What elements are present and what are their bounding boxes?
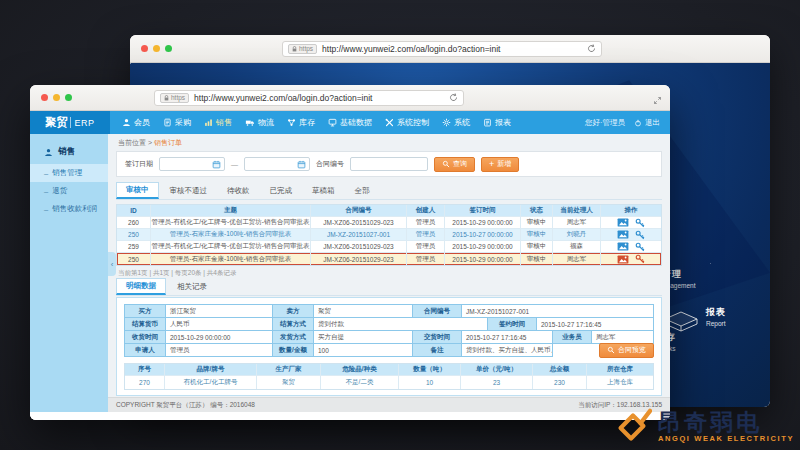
tab-drafts[interactable]: 草稿箱 — [303, 183, 344, 199]
add-button[interactable]: + 新增 — [481, 157, 519, 172]
address-bar[interactable]: https http://www.yunwei2.com/oa/login.do… — [154, 90, 464, 106]
detail-panel: 买方 浙江聚贸 卖方 聚贸 合同编号 JM-XZ-20151027-001 结算… — [116, 297, 662, 396]
minimize-window-button[interactable] — [153, 45, 160, 52]
detail-form-row: 申请人 管理员 数量/金额 100 备注 货到付款、买方自提、人民币、共计100… — [124, 343, 654, 357]
main-browser-window: https http://www.yunwei2.com/oa/login.do… — [30, 85, 670, 420]
cell-status: 审核中 — [521, 241, 553, 252]
settle-value: 货到付款 — [313, 317, 488, 331]
contract-no-input[interactable] — [350, 157, 428, 171]
key-icon[interactable] — [635, 230, 645, 240]
tab-related-records[interactable]: 相关记录 — [168, 279, 216, 295]
close-window-button[interactable] — [141, 45, 148, 52]
table-row[interactable]: 260 管理员-有机化工/化工牌号-优创工贸坊-销售合同审批表 JM-XZ06-… — [117, 217, 661, 229]
sign-time-value: 2015-10-27 17:16:45 — [536, 317, 654, 331]
nav-item-logistics[interactable]: 物流 — [245, 117, 274, 128]
nav-item-member[interactable]: 会员 — [122, 117, 150, 128]
cell-danger: 不是/二类 — [321, 376, 399, 389]
nav-item-purchase[interactable]: 采购 — [163, 117, 191, 128]
front-browser-toolbar: https http://www.yunwei2.com/oa/login.do… — [30, 85, 670, 111]
table-row[interactable]: 250 管理员-石家庄金康-100吨-销售合同审批表 JM-XZ-2015102… — [117, 229, 661, 241]
cell-status: 审核中 — [521, 229, 553, 240]
tools-icon — [385, 118, 394, 127]
zoom-window-button[interactable] — [165, 45, 172, 52]
purchase-doc-icon — [163, 118, 172, 127]
tab-label: 全部 — [355, 186, 370, 196]
sidebar-item-sales-management[interactable]: 销售管理 — [30, 164, 108, 182]
nav-item-base-data[interactable]: 基础数据 — [328, 117, 372, 128]
tab-all[interactable]: 全部 — [346, 183, 379, 199]
nav-item-inventory[interactable]: 库存 — [287, 117, 315, 128]
calendar-icon[interactable] — [212, 160, 221, 169]
address-bar[interactable]: https http://www.yunwei2.com/oa/login.do… — [282, 41, 602, 57]
nav-label: 会员 — [134, 117, 150, 128]
sidebar-item-returns[interactable]: 退货 — [30, 182, 108, 200]
https-badge: https — [160, 93, 189, 103]
qty-value: 100 — [313, 343, 413, 357]
table-header-row: ID 主题 合同编号 创建人 签订时间 状态 当前处理人 操作 — [117, 205, 661, 217]
applicant-label: 申请人 — [124, 343, 166, 357]
copyright-text: COPYRIGHT 聚贸平台（江苏） 编号：2016048 — [116, 401, 255, 410]
col-header-subject: 主题 — [151, 205, 311, 216]
fullscreen-icon[interactable] — [653, 91, 662, 109]
deliver-time-label: 交货时间 — [412, 330, 462, 344]
image-preview-icon[interactable] — [617, 242, 629, 251]
contract-value: JM-XZ-20151027-001 — [461, 304, 654, 318]
close-window-button[interactable] — [41, 94, 48, 101]
cell-sign-time: 2015-10-29 00:00:00 — [445, 253, 521, 265]
nav-item-system-control[interactable]: 系统控制 — [385, 117, 429, 128]
zoom-window-button[interactable] — [65, 94, 72, 101]
image-preview-icon[interactable] — [617, 218, 629, 227]
detail-form-row: 结算货币 人民币 结算方式 货到付款 签约时间 2015-10-27 17:16… — [124, 317, 654, 331]
col-header-brand: 品牌/牌号 — [165, 364, 257, 375]
report-icon — [483, 118, 492, 127]
date-from-input[interactable] — [159, 157, 225, 171]
user-greeting[interactable]: 您好·管理员 — [585, 118, 625, 128]
date-to-input[interactable] — [244, 157, 310, 171]
tab-review-rejected[interactable]: 审核不通过 — [161, 183, 217, 199]
col-header-maker: 生产厂家 — [257, 364, 321, 375]
tab-completed[interactable]: 已完成 — [261, 183, 302, 199]
search-button[interactable]: 查询 — [434, 157, 475, 172]
cell-qty: 10 — [399, 376, 461, 389]
sidebar-collapse-handle[interactable]: ‹ — [108, 252, 116, 276]
logout-button[interactable]: 退出 — [634, 118, 660, 128]
nav-item-system[interactable]: 系统 — [442, 117, 470, 128]
key-icon[interactable] — [635, 218, 645, 228]
main-nav: 会员 采购 销售 物流 — [110, 111, 585, 134]
tab-label: 草稿箱 — [312, 186, 335, 196]
tab-detail-data[interactable]: 明细数据 — [116, 278, 166, 295]
detail-actions: 合同预览 — [553, 343, 654, 357]
table-row-selected[interactable]: 250 管理员-石家庄金康-100吨-销售合同审批表 JM-XZ06-20151… — [117, 253, 661, 265]
calendar-icon[interactable] — [297, 160, 306, 169]
minimize-window-button[interactable] — [53, 94, 60, 101]
image-preview-icon[interactable] — [617, 255, 629, 264]
product-row[interactable]: 270 有机化工/化工牌号 聚贸 不是/二类 10 23 230 上海仓库 — [125, 376, 653, 389]
orders-table: ID 主题 合同编号 创建人 签订时间 状态 当前处理人 操作 260 管理员-… — [116, 204, 662, 266]
sidebar-item-sales-profit[interactable]: 销售收款利润 — [30, 200, 108, 218]
col-header-actions: 操作 — [601, 205, 661, 216]
window-controls — [141, 45, 172, 52]
tab-pending-payment[interactable]: 待收款 — [218, 183, 259, 199]
key-icon[interactable] — [635, 254, 645, 264]
sign-time-label: 签约时间 — [487, 317, 537, 331]
nav-item-sales[interactable]: 销售 — [204, 117, 232, 128]
table-row[interactable]: 259 管理员-有机化工/化工牌号-优创工贸坊-销售合同审批表 JM-XZ06-… — [117, 241, 661, 253]
key-icon[interactable] — [635, 242, 645, 252]
https-label: https — [171, 94, 185, 101]
sales-person-icon — [44, 148, 53, 157]
image-preview-icon[interactable] — [617, 230, 629, 239]
cell-creator: 管理员 — [407, 253, 445, 265]
col-header-contract: 合同编号 — [311, 205, 407, 216]
contract-preview-button[interactable]: 合同预览 — [599, 343, 654, 358]
tab-under-review[interactable]: 审核中 — [116, 182, 159, 199]
refresh-icon[interactable] — [449, 93, 458, 102]
remark-label: 备注 — [412, 343, 462, 357]
breadcrumb-prefix: 当前位置 — [118, 139, 146, 146]
col-header-qty: 数量（吨） — [399, 364, 461, 375]
refresh-icon[interactable] — [587, 44, 596, 53]
seller-label: 卖方 — [272, 304, 314, 318]
power-icon — [634, 119, 642, 127]
nav-item-report[interactable]: 报表 — [483, 117, 511, 128]
cell-subject: 管理员-石家庄金康-100吨-销售合同审批表 — [151, 253, 311, 265]
cell-id: 260 — [117, 217, 151, 228]
